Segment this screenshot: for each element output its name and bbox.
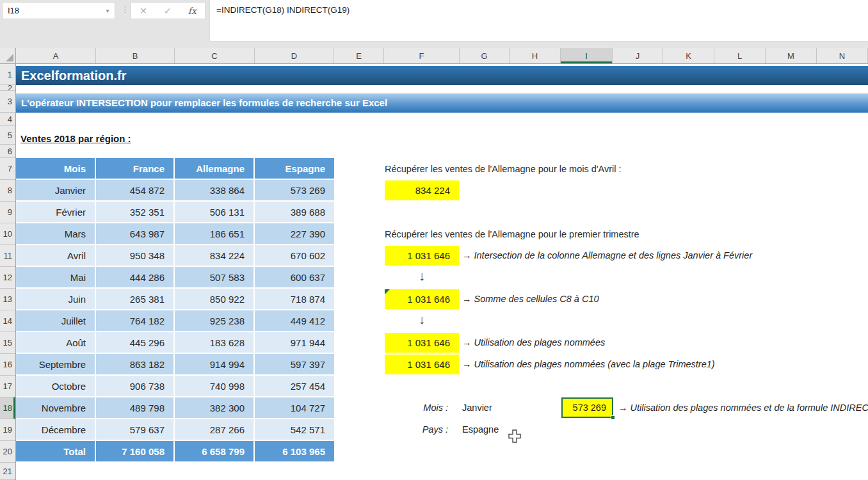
- row-header-10[interactable]: 10: [0, 223, 15, 245]
- table-cell[interactable]: Novembre: [16, 397, 96, 419]
- name-box[interactable]: I18 ▾: [2, 2, 115, 19]
- selected-cell-i18[interactable]: 573 269: [561, 397, 613, 418]
- table-cell[interactable]: 507 583: [175, 267, 255, 289]
- column-header-h[interactable]: H: [510, 48, 561, 63]
- table-cell[interactable]: Août: [16, 332, 96, 354]
- table-cell[interactable]: 600 637: [255, 267, 334, 289]
- column-header-l[interactable]: L: [714, 48, 766, 63]
- table-cell[interactable]: Décembre: [16, 419, 96, 441]
- table-cell[interactable]: Janvier: [16, 180, 96, 202]
- select-all-corner[interactable]: [0, 48, 16, 64]
- table-cell[interactable]: Septembre: [16, 354, 96, 376]
- table-cell[interactable]: 573 269: [255, 180, 334, 202]
- table-cell[interactable]: 382 300: [175, 397, 255, 419]
- table-cell[interactable]: Juillet: [16, 310, 96, 332]
- trimestre-label[interactable]: Récupérer les ventes de l'Allemagne pour…: [385, 229, 639, 239]
- result-cell-step-4[interactable]: 1 031 646: [385, 355, 459, 374]
- indirect-note[interactable]: → Utilisation des plages nommées et de l…: [618, 398, 868, 418]
- header-mois[interactable]: Mois: [16, 158, 96, 180]
- table-cell[interactable]: 352 351: [96, 202, 175, 223]
- row-header-13[interactable]: 13: [0, 289, 15, 310]
- formula-bar[interactable]: =INDIRECT(G18) INDIRECT(G19): [209, 0, 868, 42]
- table-cell[interactable]: 227 390: [255, 223, 334, 245]
- step-2-note[interactable]: → Somme des cellules C8 à C10: [462, 289, 599, 309]
- insert-function-icon[interactable]: fx: [188, 6, 197, 16]
- enter-icon[interactable]: ✓: [164, 6, 172, 16]
- table-cell[interactable]: 834 224: [175, 245, 255, 267]
- row-header-4[interactable]: 4: [0, 113, 15, 126]
- table-cell[interactable]: Juin: [16, 289, 96, 310]
- table-cell[interactable]: Octobre: [16, 376, 96, 397]
- header-france[interactable]: France: [96, 158, 175, 180]
- row-header-7[interactable]: 7: [0, 158, 15, 180]
- table-cell[interactable]: 906 738: [96, 376, 175, 397]
- header-allemagne[interactable]: Allemagne: [175, 158, 255, 180]
- pays-label[interactable]: Pays :: [385, 420, 460, 440]
- avril-label[interactable]: Récupérer les ventes de l'Allemagne pour…: [385, 164, 622, 174]
- table-cell[interactable]: 287 266: [175, 419, 255, 441]
- name-box-value[interactable]: I18: [3, 6, 100, 15]
- total-label[interactable]: Total: [16, 441, 96, 463]
- table-cell[interactable]: 850 922: [175, 289, 255, 310]
- row-header-6[interactable]: 6: [0, 145, 15, 158]
- row-header-3[interactable]: 3: [0, 91, 15, 113]
- table-cell[interactable]: 542 571: [255, 419, 334, 441]
- column-header-d[interactable]: D: [255, 48, 334, 63]
- row-header-5[interactable]: 5: [0, 126, 15, 145]
- table-cell[interactable]: Avril: [16, 245, 96, 267]
- table-cell[interactable]: 863 182: [96, 354, 175, 376]
- row-header-14[interactable]: 14: [0, 310, 15, 332]
- mois-value[interactable]: Janvier: [462, 398, 492, 418]
- table-cell[interactable]: 670 602: [255, 245, 334, 267]
- row-header-1[interactable]: 1: [0, 64, 15, 85]
- table-cell[interactable]: 740 998: [175, 376, 255, 397]
- column-header-j[interactable]: J: [613, 48, 663, 63]
- column-header-k[interactable]: K: [663, 48, 714, 63]
- row-header-15[interactable]: 15: [0, 332, 15, 354]
- result-cell-step-2[interactable]: 1 031 646: [385, 289, 459, 309]
- row-header-18-selected[interactable]: 18: [0, 397, 15, 419]
- table-cell[interactable]: Mai: [16, 267, 96, 289]
- total-espagne[interactable]: 6 103 965: [255, 441, 334, 463]
- table-cell[interactable]: 597 397: [255, 354, 334, 376]
- row-header-8[interactable]: 8: [0, 180, 15, 202]
- table-cell[interactable]: 764 182: [96, 310, 175, 332]
- row-header-11[interactable]: 11: [0, 245, 15, 267]
- table-cell[interactable]: 449 412: [255, 310, 334, 332]
- table-cell[interactable]: 489 798: [96, 397, 175, 419]
- row-header-20[interactable]: 20: [0, 441, 15, 463]
- fill-handle[interactable]: [611, 415, 615, 420]
- total-allemagne[interactable]: 6 658 799: [175, 441, 255, 463]
- table-cell[interactable]: 643 987: [96, 223, 175, 245]
- table-cell[interactable]: 914 994: [175, 354, 255, 376]
- result-cell-step-3[interactable]: 1 031 646: [385, 333, 459, 353]
- step-1-note[interactable]: → Intersection de la colonne Allemagne e…: [462, 246, 752, 266]
- table-cell[interactable]: Février: [16, 202, 96, 223]
- row-header-17[interactable]: 17: [0, 376, 15, 397]
- table-cell[interactable]: 925 238: [175, 310, 255, 332]
- table-cell[interactable]: 579 637: [96, 419, 175, 441]
- step-4-note[interactable]: → Utilisation des plages nommées (avec l…: [462, 355, 715, 374]
- table-cell[interactable]: Mars: [16, 223, 96, 245]
- row-header-16[interactable]: 16: [0, 354, 15, 376]
- column-header-b[interactable]: B: [96, 48, 175, 63]
- total-france[interactable]: 7 160 058: [96, 441, 175, 463]
- table-cell[interactable]: 265 381: [96, 289, 175, 310]
- table-cell[interactable]: 338 864: [175, 180, 255, 202]
- pays-value[interactable]: Espagne: [462, 420, 499, 440]
- column-header-g[interactable]: G: [460, 48, 510, 63]
- row-header-21[interactable]: 21: [0, 463, 15, 480]
- header-espagne[interactable]: Espagne: [255, 158, 334, 180]
- column-header-m[interactable]: M: [766, 48, 817, 63]
- table-cell[interactable]: 444 286: [96, 267, 175, 289]
- table-cell[interactable]: 506 131: [175, 202, 255, 223]
- table-cell[interactable]: 950 348: [96, 245, 175, 267]
- column-header-n[interactable]: N: [817, 48, 868, 63]
- table-cell[interactable]: 257 454: [255, 376, 334, 397]
- table-cell[interactable]: 445 296: [96, 332, 175, 354]
- column-header-a[interactable]: A: [16, 48, 96, 63]
- name-box-dropdown-icon[interactable]: ▾: [100, 8, 115, 14]
- step-3-note[interactable]: → Utilisation des plages nommées: [462, 333, 605, 353]
- row-header-9[interactable]: 9: [0, 202, 15, 223]
- column-header-c[interactable]: C: [175, 48, 255, 63]
